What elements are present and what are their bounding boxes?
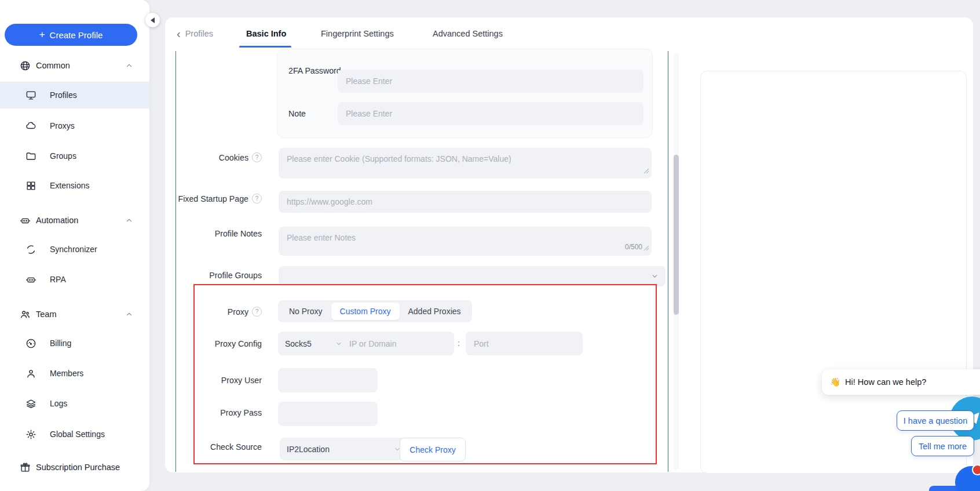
chat-quick-reply-question[interactable]: I have a question [897, 410, 974, 431]
sidebar-item-billing[interactable]: Billing [0, 330, 149, 357]
proxy-port-field[interactable] [466, 332, 583, 355]
proxy-user-input[interactable] [278, 376, 378, 385]
proxy-label: Proxy ? [174, 307, 262, 317]
proxy-option-no-proxy[interactable]: No Proxy [280, 303, 331, 320]
sidebar-item-proxys[interactable]: Proxys [0, 112, 149, 139]
proxy-user-label: Proxy User [174, 376, 262, 385]
help-icon[interactable]: ? [252, 307, 262, 317]
item-label: Groups [50, 151, 76, 161]
cookies-label: Cookies ? [174, 152, 262, 162]
proxy-user-field[interactable] [278, 368, 378, 392]
gauge-icon [25, 338, 36, 349]
profile-groups-select[interactable] [279, 266, 665, 286]
app-window: + Create Profile Common Profiles Proxys [0, 0, 980, 491]
profile-notes-label: Profile Notes [174, 229, 262, 238]
resize-handle-icon[interactable] [643, 243, 649, 253]
chevron-left-icon: ‹ [177, 30, 181, 38]
proxy-pass-field[interactable] [278, 402, 378, 426]
check-source-select[interactable]: IP2Location [280, 438, 408, 460]
proxy-pass-input[interactable] [278, 409, 378, 419]
proxy-ip-field[interactable] [341, 332, 454, 355]
item-label: Global Settings [50, 430, 105, 439]
back-label: Profiles [185, 29, 213, 38]
active-tab-underline [239, 46, 291, 48]
chevron-up-icon [125, 61, 133, 70]
item-label: Synchronizer [50, 245, 97, 254]
cookies-field[interactable] [279, 148, 652, 179]
note-field[interactable] [338, 102, 643, 125]
item-label: Profiles [50, 90, 77, 100]
sidebar-item-members[interactable]: Members [0, 360, 149, 387]
layers-icon [25, 398, 36, 409]
proxy-type-segmented-control: No Proxy Custom Proxy Added Proxies [278, 300, 472, 322]
robot-icon [25, 274, 36, 285]
ip-port-separator: : [458, 339, 460, 348]
chevron-up-icon [125, 310, 133, 318]
note-label: Note [277, 109, 329, 118]
sidebar-item-subscription-purchase[interactable]: Subscription Purchase [0, 457, 149, 477]
profile-groups-label: Profile Groups [174, 271, 262, 280]
fixed-startup-page-input[interactable] [279, 197, 652, 206]
sidebar-section-common[interactable]: Common [0, 56, 149, 75]
chat-greeting-bubble[interactable]: 👋 Hi! How can we help? [822, 369, 980, 395]
folder-icon [25, 151, 36, 162]
check-proxy-button[interactable]: Check Proxy [400, 438, 466, 461]
proxy-ip-input[interactable] [341, 339, 454, 348]
monitor-icon [25, 90, 36, 101]
sidebar: + Create Profile Common Profiles Proxys [0, 0, 149, 491]
sidebar-item-global-settings[interactable]: Global Settings [0, 421, 149, 448]
sidebar-item-logs[interactable]: Logs [0, 390, 149, 417]
proxy-config-label: Proxy Config [174, 339, 262, 348]
note-input[interactable] [338, 109, 643, 118]
section-label: Automation [36, 216, 78, 225]
profile-notes-field[interactable]: 0/500 [279, 227, 652, 256]
item-label: Billing [50, 339, 71, 348]
help-icon[interactable]: ? [252, 152, 262, 162]
sidebar-item-extensions[interactable]: Extensions [0, 172, 149, 199]
collapse-arrow-icon [151, 17, 155, 23]
item-label: Members [50, 369, 83, 378]
back-to-profiles-link[interactable]: ‹ Profiles [177, 29, 213, 38]
form-scrollbar-thumb[interactable] [674, 155, 679, 315]
team-icon [20, 309, 31, 320]
sidebar-section-team[interactable]: Team [0, 304, 149, 324]
tab-fingerprint-settings[interactable]: Fingerprint Settings [321, 29, 394, 38]
item-label: Extensions [50, 181, 89, 190]
fixed-startup-page-field[interactable] [279, 191, 652, 213]
proxy-option-custom-proxy[interactable]: Custom Proxy [331, 303, 400, 320]
proxy-protocol-value: Socks5 [285, 339, 312, 348]
sidebar-section-automation[interactable]: Automation [0, 210, 149, 230]
chevron-down-icon [651, 272, 659, 280]
create-profile-button[interactable]: + Create Profile [5, 24, 137, 46]
sidebar-item-synchronizer[interactable]: Synchronizer [0, 236, 149, 263]
grid-icon [25, 180, 36, 191]
sidebar-item-profiles[interactable]: Profiles [0, 82, 149, 108]
proxy-option-added-proxies[interactable]: Added Proxies [400, 303, 470, 320]
proxy-protocol-select[interactable]: Socks5 [278, 332, 349, 355]
cookies-textarea[interactable] [279, 148, 652, 180]
item-label: Logs [50, 399, 67, 408]
sidebar-item-groups[interactable]: Groups [0, 143, 149, 169]
proxy-port-input[interactable] [466, 339, 583, 348]
sidebar-item-rpa[interactable]: RPA [0, 266, 149, 293]
character-counter: 0/500 [625, 243, 642, 251]
proxy-pass-label: Proxy Pass [174, 408, 262, 417]
help-icon[interactable]: ? [252, 194, 262, 203]
resize-handle-icon[interactable] [643, 166, 649, 176]
tab-advanced-settings[interactable]: Advanced Settings [433, 29, 503, 38]
twofa-password-field[interactable] [338, 70, 643, 93]
cloud-icon [25, 121, 36, 132]
item-label: Subscription Purchase [36, 463, 120, 472]
sidebar-collapse-button[interactable] [145, 13, 160, 27]
globe-icon [20, 60, 31, 71]
gift-icon [20, 462, 31, 473]
wave-emoji-icon: 👋 [830, 377, 840, 387]
chat-quick-reply-tell-me-more[interactable]: Tell me more [911, 436, 974, 456]
chat-greeting-text: Hi! How can we help? [845, 377, 926, 387]
member-icon [25, 368, 36, 379]
profile-notes-textarea[interactable] [279, 227, 652, 259]
sync-icon [25, 244, 36, 255]
tab-basic-info[interactable]: Basic Info [246, 29, 286, 38]
robot-icon [20, 215, 31, 226]
twofa-password-input[interactable] [338, 77, 643, 86]
